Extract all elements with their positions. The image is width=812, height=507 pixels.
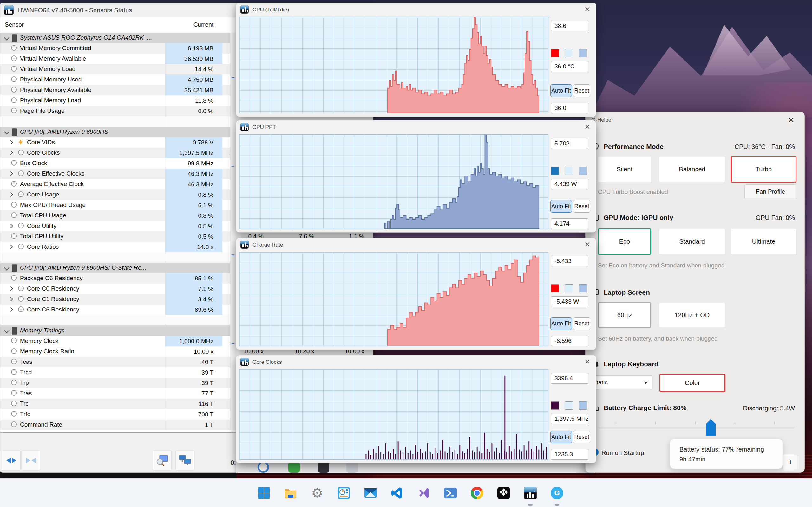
- chevron-down-icon[interactable]: [4, 35, 9, 41]
- grid-color-swatch[interactable]: [579, 401, 587, 410]
- background-color-swatch[interactable]: [565, 167, 573, 175]
- grid-color-swatch[interactable]: [579, 167, 587, 175]
- sensor-current-value: 1 T: [165, 419, 222, 430]
- graph-color-swatch[interactable]: [551, 284, 559, 292]
- sensor-clock-icon: [11, 400, 17, 406]
- chevron-right-icon[interactable]: [9, 192, 13, 197]
- tidal-button[interactable]: [490, 479, 517, 507]
- perf-turbo-button[interactable]: Turbo: [731, 156, 797, 182]
- close-icon[interactable]: ✕: [788, 116, 794, 124]
- reset-button[interactable]: Reset: [573, 431, 590, 443]
- chevron-right-icon[interactable]: [9, 224, 13, 228]
- graph-max-value: 38.6: [551, 20, 589, 32]
- perf-silent-button[interactable]: Silent: [598, 156, 651, 182]
- gpu-ultimate-button[interactable]: Ultimate: [731, 228, 797, 255]
- background-color-swatch[interactable]: [565, 401, 573, 410]
- chrome-button[interactable]: [464, 479, 490, 507]
- graph-color-swatch[interactable]: [551, 167, 559, 175]
- sensor-clock-icon: [18, 285, 24, 291]
- autofit-button[interactable]: Auto Fit: [550, 431, 572, 443]
- chevron-right-icon[interactable]: [9, 286, 13, 291]
- sensor-label: Core Clocks: [27, 149, 60, 156]
- sensor-scrollbar[interactable]: [230, 33, 236, 430]
- chevron-right-icon[interactable]: [9, 245, 13, 249]
- chevron-right-icon[interactable]: [9, 171, 13, 176]
- arrow-left-icon: [32, 458, 36, 463]
- autofit-button[interactable]: Auto Fit: [550, 317, 572, 330]
- grid-color-swatch[interactable]: [579, 49, 587, 57]
- column-header-current[interactable]: Current: [194, 21, 213, 28]
- graph-color-swatch[interactable]: [551, 401, 559, 410]
- close-icon[interactable]: ✕: [585, 358, 590, 365]
- keyboard-mode-dropdown[interactable]: Static: [587, 376, 653, 389]
- powershell-button[interactable]: [437, 479, 464, 507]
- close-icon[interactable]: ✕: [585, 6, 590, 13]
- remote-monitors-button[interactable]: [175, 450, 194, 470]
- mail-button[interactable]: [357, 479, 384, 507]
- collapse-columns-button[interactable]: [21, 450, 40, 470]
- expand-columns-button[interactable]: [2, 450, 20, 470]
- close-icon[interactable]: ✕: [585, 241, 590, 248]
- run-on-startup-label[interactable]: Run on Startup: [601, 449, 644, 457]
- sensor-current-value: 85.1 %: [165, 273, 222, 284]
- vscode-button[interactable]: [384, 479, 410, 507]
- ghelper-taskbar-button[interactable]: G: [544, 479, 570, 507]
- perf-balanced-button[interactable]: Balanced: [659, 156, 725, 182]
- quit-button-fragment[interactable]: it: [782, 454, 798, 470]
- screen-120hz-button[interactable]: 120Hz + OD: [659, 302, 725, 328]
- background-color-swatch[interactable]: [565, 284, 573, 292]
- sensor-clock-icon: [11, 160, 17, 166]
- graph-color-swatch[interactable]: [551, 49, 559, 57]
- sensor-current-value: 46.3 MHz: [165, 169, 222, 179]
- hwinfo-taskbar-button[interactable]: [517, 479, 544, 507]
- reset-button[interactable]: Reset: [573, 317, 590, 330]
- sensor-current-value: 0.8 %: [165, 189, 222, 200]
- graph-title: Core Clocks: [252, 359, 282, 365]
- column-header-sensor[interactable]: Sensor: [5, 21, 24, 28]
- grid-color-swatch[interactable]: [579, 284, 587, 292]
- visual-studio-button[interactable]: [410, 479, 437, 507]
- chevron-down-icon[interactable]: [4, 129, 9, 135]
- background-color-swatch[interactable]: [565, 49, 573, 57]
- reset-button[interactable]: Reset: [573, 200, 590, 213]
- sensor-clock-icon: [11, 275, 17, 281]
- sensor-current-value: 6.1 %: [165, 200, 222, 210]
- chevron-right-icon[interactable]: [9, 140, 13, 145]
- gpu-standard-button[interactable]: Standard: [659, 228, 725, 255]
- sensor-current-value: 77 T: [165, 388, 222, 399]
- chevron-right-icon[interactable]: [9, 297, 13, 301]
- gpu-fan-status: GPU Fan: 0%: [756, 214, 795, 222]
- keyboard-color-button[interactable]: Color: [659, 374, 725, 392]
- graph-side-panel: 38.6 36.0 °C Auto FitReset 36.0: [550, 17, 592, 113]
- visual-studio-icon: [417, 487, 430, 499]
- close-icon[interactable]: ✕: [585, 124, 590, 130]
- chevron-down-icon[interactable]: [4, 265, 9, 271]
- cpu-fan-status: CPU: 36°C - Fan: 0%: [734, 143, 795, 151]
- sensor-label: Trc: [20, 400, 29, 407]
- tooltip-line1: Battery status: 77% remaining: [679, 445, 782, 454]
- fan-profile-button[interactable]: Fan Profile: [745, 184, 797, 199]
- graph-window-charge-rate: Charge Rate ✕ -5.433 -5.433 W Auto FitRe…: [236, 238, 596, 350]
- autofit-button[interactable]: Auto Fit: [550, 200, 572, 213]
- graph-max-value: -5.433: [551, 256, 589, 267]
- powershell-icon: [444, 487, 457, 499]
- hwinfo-app-icon: [241, 123, 249, 131]
- screen-magnifier-button[interactable]: [153, 450, 171, 470]
- gpu-eco-button[interactable]: Eco: [598, 228, 651, 255]
- autofit-button[interactable]: Auto Fit: [550, 84, 572, 97]
- settings-button[interactable]: ⚙: [304, 479, 331, 507]
- reset-button[interactable]: Reset: [573, 84, 590, 97]
- chip-icon: [12, 264, 17, 272]
- start-button[interactable]: [251, 479, 277, 507]
- battery-limit-slider-track[interactable]: [598, 427, 795, 429]
- battery-limit-slider-thumb[interactable]: [706, 419, 716, 436]
- screen-60hz-button[interactable]: 60Hz: [598, 302, 651, 328]
- file-explorer-button[interactable]: [277, 479, 304, 507]
- chevron-down-icon[interactable]: [4, 328, 9, 333]
- chevron-right-icon[interactable]: [9, 151, 13, 155]
- system-monitor-button[interactable]: [331, 479, 357, 507]
- taskbar-center-icons: ⚙: [251, 479, 570, 507]
- running-indicator: [555, 504, 559, 506]
- magnifier-screen-icon: [156, 455, 168, 466]
- chevron-right-icon[interactable]: [9, 307, 13, 312]
